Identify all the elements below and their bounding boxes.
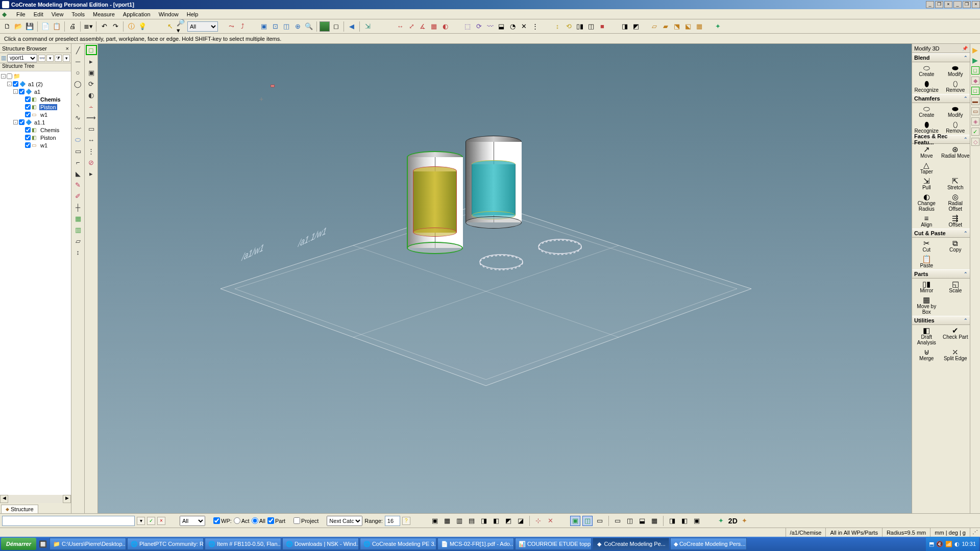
print-icon[interactable]: 🖨 xyxy=(67,21,78,32)
modify-taper-button[interactable]: △Taper xyxy=(912,160,941,176)
modify-cut-button[interactable]: ✂Cut xyxy=(912,238,941,254)
modify-stretch-button[interactable]: ⇱Stretch xyxy=(941,176,970,191)
modify-merge-button[interactable]: ⊎Merge xyxy=(912,346,941,362)
tree-node[interactable]: -a1.1 xyxy=(1,118,70,126)
wp-grid-icon[interactable]: ▦ xyxy=(694,21,704,32)
drag-handle-icon[interactable] xyxy=(271,85,275,87)
tree-expander-icon[interactable]: - xyxy=(13,120,18,124)
snap-2-icon[interactable]: ✕ xyxy=(546,516,556,526)
mirror-tool-icon[interactable]: ▯▮ xyxy=(575,21,585,32)
tray-icon-1[interactable]: ⬒ xyxy=(929,541,934,547)
all-radio[interactable]: All xyxy=(252,517,265,524)
modify-split-edge-button[interactable]: ⤫Split Edge xyxy=(941,346,970,362)
pin-icon[interactable]: 📌 xyxy=(962,46,968,51)
modify-remove-button[interactable]: ⬯Remove xyxy=(941,119,970,135)
taskbar-item[interactable]: ◆CoCreate Modeling Pe... xyxy=(593,538,669,550)
mirror2d-icon[interactable]: ◐ xyxy=(86,90,97,100)
info-icon[interactable]: ⓘ xyxy=(126,21,136,32)
chamfer2d-icon[interactable]: ◣ xyxy=(72,168,84,179)
spline-icon[interactable]: ∿ xyxy=(72,112,84,122)
snap-1-icon[interactable]: ⊹ xyxy=(533,516,544,526)
taskbar-item[interactable]: 🌐Item # FB110-0.50, Flan... xyxy=(205,538,281,550)
loft-icon[interactable]: ⬓ xyxy=(496,21,506,32)
close-button[interactable]: × xyxy=(944,1,952,8)
select-chain-icon[interactable]: ⤳ xyxy=(226,21,236,32)
view-iso-icon[interactable]: ▣ xyxy=(430,516,440,526)
modify-paste-button[interactable]: 📋Paste xyxy=(912,254,941,269)
fillet-icon[interactable]: ⌐ xyxy=(72,157,84,167)
menu-help[interactable]: Help xyxy=(183,10,203,18)
taskbar-item[interactable]: 🌐Downloads | NSK - Wind... xyxy=(282,538,359,550)
menu-tools[interactable]: Tools xyxy=(67,10,89,18)
rect-icon[interactable]: ▭ xyxy=(72,146,84,156)
structure-tab[interactable]: Structure xyxy=(1,505,38,513)
menu-window[interactable]: Window xyxy=(155,10,183,18)
tray-icon-3[interactable]: 📶 xyxy=(945,541,952,547)
ellipse-icon[interactable]: ⬭ xyxy=(72,135,84,145)
construct-icon[interactable]: ▦ xyxy=(72,213,84,223)
view-b3-icon[interactable]: ◩ xyxy=(503,516,513,526)
select-tangent-icon[interactable]: ⤴ xyxy=(237,21,248,32)
chevron-up-icon[interactable]: ⌃ xyxy=(964,96,968,101)
dim-align-icon[interactable]: ⤢ xyxy=(406,21,416,32)
rail-down-icon[interactable]: ▶ xyxy=(971,56,979,64)
trim-icon[interactable]: ✎ xyxy=(72,180,84,190)
bottom-filter-select[interactable]: All xyxy=(180,516,205,526)
asm-icon[interactable]: ◨ xyxy=(620,21,630,32)
rail-tool-6[interactable]: ◈ xyxy=(971,117,979,126)
tree-node[interactable]: Chemis xyxy=(1,95,70,103)
active-rect-icon[interactable]: □ xyxy=(86,45,97,55)
dim-angle-icon[interactable]: ∡ xyxy=(418,21,428,32)
arc-icon[interactable]: ◜ xyxy=(72,90,84,100)
open-icon[interactable]: 📂 xyxy=(13,21,23,32)
tree-visibility-checkbox[interactable] xyxy=(25,142,31,148)
scale2d-icon[interactable]: ▭ xyxy=(86,123,97,134)
display-edge-icon[interactable]: ◫ xyxy=(582,516,593,526)
command-accept-icon[interactable]: ✓ xyxy=(147,517,155,525)
wp-face-icon[interactable]: ▰ xyxy=(660,21,671,32)
chevron-up-icon[interactable]: ⌃ xyxy=(964,137,968,142)
modify-offset-button[interactable]: ⇶Offset xyxy=(941,213,970,229)
command-input[interactable] xyxy=(2,516,135,526)
revolve-icon[interactable]: ⟳ xyxy=(474,21,484,32)
polyline-icon[interactable]: ─ xyxy=(72,56,84,66)
range-help-icon[interactable]: ? xyxy=(402,517,410,525)
project-checkbox[interactable]: Project xyxy=(293,517,318,524)
tray-clock[interactable]: 10:31 xyxy=(962,541,976,547)
tree-node-label[interactable]: w1 xyxy=(39,112,48,118)
wireframe-icon[interactable]: ◻ xyxy=(331,21,341,32)
modify-modify-button[interactable]: ⬬Modify xyxy=(941,62,970,78)
tree-visibility-checkbox[interactable] xyxy=(19,89,24,94)
filter-dropdown-icon[interactable]: ▾ xyxy=(46,55,54,62)
measure-icon[interactable]: ↕ xyxy=(72,247,84,257)
tree-node[interactable]: - xyxy=(1,72,70,80)
tray-icon-4[interactable]: ◐ xyxy=(954,541,960,547)
modify-draft-analysis-button[interactable]: ◧Draft Analysis xyxy=(912,325,941,346)
view-std-icon[interactable]: ⇲ xyxy=(362,21,373,32)
clip-2-icon[interactable]: ◧ xyxy=(679,516,690,526)
tree-node[interactable]: -a1 (2) xyxy=(1,80,70,88)
rail-tool-2[interactable]: ◆ xyxy=(971,77,979,85)
view-b4-icon[interactable]: ◪ xyxy=(516,516,526,526)
zoom-in-icon[interactable]: ⊕ xyxy=(292,21,303,32)
tree-visibility-checkbox[interactable] xyxy=(19,119,24,125)
win-4-icon[interactable]: ▦ xyxy=(649,516,659,526)
act-radio[interactable]: Act xyxy=(234,517,250,524)
rail-tool-1[interactable]: □ xyxy=(971,66,979,74)
view-b1-icon[interactable]: ◨ xyxy=(479,516,489,526)
system-tray[interactable]: ⬒ 🔇 📶 ◐ 10:31 xyxy=(926,537,979,551)
modify-recognize-button[interactable]: ⬮Recognize xyxy=(912,119,941,135)
modify-move-button[interactable]: ↗Move xyxy=(912,144,941,160)
range-input[interactable] xyxy=(385,516,400,526)
tree-visibility-checkbox[interactable] xyxy=(7,73,12,79)
modify-move-by-box-button[interactable]: ▦Move by Box xyxy=(912,294,941,316)
stretch2d-icon[interactable]: ↔ xyxy=(86,135,97,145)
zoom-dyn-icon[interactable]: ◫ xyxy=(281,21,291,32)
modify-section-header[interactable]: Utilities⌃ xyxy=(912,316,970,325)
copy2d-icon[interactable]: ▣ xyxy=(86,67,97,78)
modify-create-button[interactable]: ⬭Create xyxy=(912,62,941,78)
tree-node[interactable]: Piston xyxy=(1,134,70,141)
clip-1-icon[interactable]: ◨ xyxy=(667,516,677,526)
hatch-icon[interactable]: ▱ xyxy=(72,236,84,246)
modify-scale-button[interactable]: ◱Scale xyxy=(941,279,970,294)
